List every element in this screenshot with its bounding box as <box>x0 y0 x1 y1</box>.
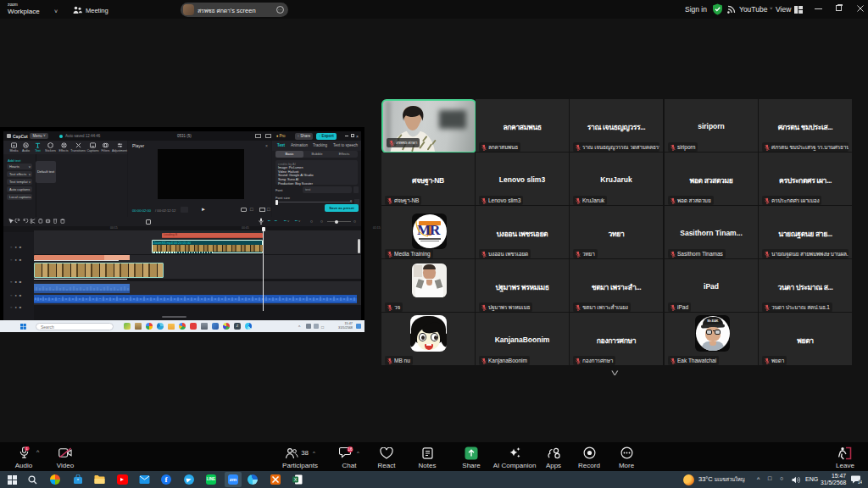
svg-text:16: 16 <box>348 447 353 452</box>
svg-text:X: X <box>294 477 298 482</box>
svg-text:14: 14 <box>858 480 862 485</box>
